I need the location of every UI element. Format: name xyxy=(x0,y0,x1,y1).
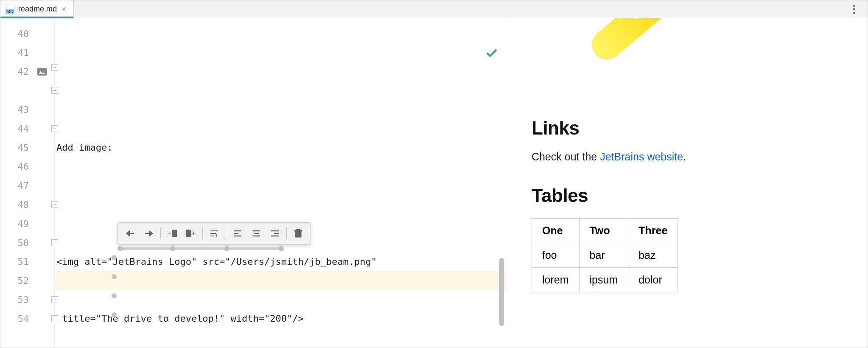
table-row: lorem ipsum dolor xyxy=(532,268,678,292)
table-row-grip[interactable] xyxy=(112,293,117,298)
code-line xyxy=(55,195,506,214)
svg-point-0 xyxy=(853,5,855,7)
table-column-track[interactable] xyxy=(120,247,281,250)
svg-rect-3 xyxy=(37,68,47,76)
table-resize-handles xyxy=(115,247,160,348)
svg-rect-26 xyxy=(295,231,301,237)
insert-column-before-button[interactable]: + xyxy=(163,225,181,241)
tab-filename: readme.md xyxy=(18,5,57,14)
align-left-button[interactable] xyxy=(229,225,246,241)
table-cell: dolor xyxy=(628,268,678,292)
preview-pane: Links Check out the JetBrains website. T… xyxy=(506,18,868,348)
gutter-line[interactable]: − xyxy=(0,81,54,100)
preview-heading-tables: Tables xyxy=(532,185,842,206)
gutter-line[interactable]: 53 − xyxy=(0,290,54,309)
table-floating-toolbar: + + I xyxy=(118,222,311,244)
toolbar-separator xyxy=(160,227,161,240)
navigate-back-button[interactable] xyxy=(121,225,139,241)
table-row: foo bar baz xyxy=(532,243,678,268)
code-area[interactable]: Add image: <img alt="JetBrains Logo" src… xyxy=(55,18,506,348)
table-cell: bar xyxy=(579,243,628,268)
svg-rect-10 xyxy=(172,230,176,237)
preview-heading-links: Links xyxy=(532,118,842,139)
gutter-line[interactable]: 51 xyxy=(0,253,54,272)
table-cell: baz xyxy=(628,243,678,268)
gutter-line[interactable]: 47 xyxy=(0,176,54,195)
close-tab-button[interactable]: × xyxy=(60,5,68,14)
gutter-line[interactable]: 46 xyxy=(0,157,54,177)
tab-bar: MD readme.md × xyxy=(0,0,868,18)
svg-rect-11 xyxy=(187,230,191,237)
navigate-forward-button[interactable] xyxy=(140,225,158,241)
tab-options-button[interactable] xyxy=(846,0,862,18)
svg-text:+: + xyxy=(167,230,171,237)
svg-point-2 xyxy=(853,12,855,14)
preview-links-paragraph: Check out the JetBrains website. xyxy=(532,151,842,163)
delete-button[interactable] xyxy=(289,225,307,241)
gutter-line[interactable]: 54 − xyxy=(0,309,54,328)
gutter-line[interactable]: 44 − xyxy=(0,119,54,138)
gutter-line[interactable]: 49 xyxy=(0,214,54,233)
gutter-line[interactable]: 41 xyxy=(0,43,54,62)
preview-table: One Two Three foo bar baz lorem ipsum do… xyxy=(532,218,678,292)
table-row-grip[interactable] xyxy=(112,312,117,317)
svg-point-1 xyxy=(853,8,855,10)
insert-column-after-button[interactable]: + xyxy=(182,225,200,241)
toolbar-separator xyxy=(286,227,287,240)
main-split: 40 41 42 − − 43 44 − 45 46 47 48 − 49 50 xyxy=(0,18,868,348)
svg-text:I: I xyxy=(216,233,217,237)
svg-rect-28 xyxy=(297,229,300,230)
toolbar-separator xyxy=(202,227,203,240)
gutter: 40 41 42 − − 43 44 − 45 46 47 48 − 49 50 xyxy=(0,18,55,348)
table-row-grip[interactable] xyxy=(112,255,117,260)
file-tab[interactable]: MD readme.md × xyxy=(0,0,74,18)
gutter-line[interactable]: 50 − xyxy=(0,233,54,253)
table-column-grip[interactable] xyxy=(279,246,284,251)
table-column-grip[interactable] xyxy=(118,246,123,251)
preview-jetbrains-link[interactable]: JetBrains website xyxy=(600,151,683,163)
toolbar-separator xyxy=(226,227,226,240)
gutter-line[interactable]: 48 − xyxy=(0,195,54,214)
table-cell: lorem xyxy=(532,268,580,292)
gutter-line[interactable]: 52 xyxy=(0,271,54,290)
table-header: Three xyxy=(628,219,678,243)
markdown-file-icon: MD xyxy=(6,5,15,14)
table-row-grip[interactable] xyxy=(112,274,117,279)
align-center-button[interactable] xyxy=(247,225,265,241)
code-line: Add image: xyxy=(55,138,506,157)
gutter-line[interactable]: 43 xyxy=(0,100,54,119)
table-cell: foo xyxy=(532,243,580,268)
table-column-grip[interactable] xyxy=(170,246,175,251)
table-column-grip[interactable] xyxy=(224,246,230,251)
align-right-button[interactable] xyxy=(266,225,284,241)
table-cell: ipsum xyxy=(579,268,628,292)
sort-button[interactable]: I xyxy=(205,225,223,241)
gutter-line[interactable]: 40 xyxy=(0,24,54,43)
inspection-ok-icon[interactable] xyxy=(441,26,497,83)
jetbrains-beam-image xyxy=(586,18,677,66)
editor-pane: 40 41 42 − − 43 44 − 45 46 47 48 − 49 50 xyxy=(0,18,506,348)
svg-text:+: + xyxy=(192,230,196,237)
gutter-line[interactable]: 45 xyxy=(0,138,54,157)
image-gutter-icon[interactable] xyxy=(37,68,47,76)
gutter-line[interactable]: 42 − xyxy=(0,62,54,81)
table-header: Two xyxy=(579,219,628,243)
table-header: One xyxy=(532,219,580,243)
